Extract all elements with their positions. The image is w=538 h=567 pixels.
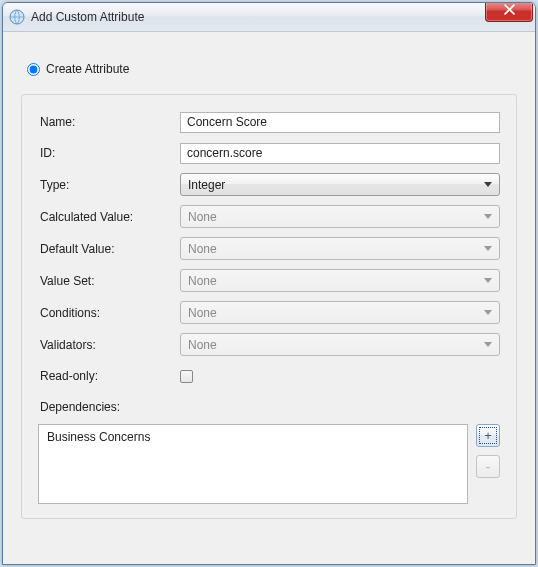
minus-icon: - (486, 459, 490, 474)
close-icon (504, 4, 515, 18)
type-select[interactable]: Integer (180, 173, 500, 196)
row-default-value: Default Value: None (38, 237, 500, 260)
create-attribute-radio[interactable] (27, 63, 40, 76)
chevron-down-icon (484, 342, 492, 347)
plus-icon: + (484, 428, 492, 443)
calculated-value-select[interactable]: None (180, 205, 500, 228)
label-validators: Validators: (38, 338, 180, 352)
add-dependency-button[interactable]: + (476, 424, 500, 447)
row-value-set: Value Set: None (38, 269, 500, 292)
label-dependencies: Dependencies: (38, 400, 180, 414)
conditions-select-value: None (188, 306, 217, 320)
label-calculated-value: Calculated Value: (38, 210, 180, 224)
chevron-down-icon (484, 214, 492, 219)
readonly-checkbox[interactable] (180, 370, 193, 383)
dialog-content: Create Attribute Name: ID: Type: Integer… (3, 32, 535, 529)
conditions-select[interactable]: None (180, 301, 500, 324)
default-value-select[interactable]: None (180, 237, 500, 260)
chevron-down-icon (484, 246, 492, 251)
row-type: Type: Integer (38, 173, 500, 196)
dependencies-list[interactable]: Business Concerns (38, 424, 468, 504)
dialog-window: Add Custom Attribute Create Attribute Na… (2, 2, 536, 565)
close-button[interactable] (485, 2, 533, 22)
row-calculated-value: Calculated Value: None (38, 205, 500, 228)
type-select-value: Integer (188, 178, 225, 192)
remove-dependency-button[interactable]: - (476, 455, 500, 478)
row-validators: Validators: None (38, 333, 500, 356)
chevron-down-icon (484, 310, 492, 315)
label-type: Type: (38, 178, 180, 192)
app-globe-icon (9, 9, 25, 25)
id-input[interactable] (180, 143, 500, 164)
dependencies-area: Business Concerns + - (38, 424, 500, 504)
attribute-form-group: Name: ID: Type: Integer Calculated Value… (21, 94, 517, 519)
label-default-value: Default Value: (38, 242, 180, 256)
name-input[interactable] (180, 112, 500, 133)
titlebar[interactable]: Add Custom Attribute (3, 3, 535, 32)
window-title: Add Custom Attribute (31, 10, 144, 24)
label-name: Name: (38, 115, 180, 129)
value-set-select-value: None (188, 274, 217, 288)
row-dependencies-label: Dependencies: (38, 396, 500, 418)
label-value-set: Value Set: (38, 274, 180, 288)
chevron-down-icon (484, 278, 492, 283)
label-id: ID: (38, 146, 180, 160)
mode-radio-row: Create Attribute (27, 62, 517, 76)
calculated-value-select-value: None (188, 210, 217, 224)
label-conditions: Conditions: (38, 306, 180, 320)
dependencies-buttons: + - (476, 424, 500, 478)
row-readonly: Read-only: (38, 365, 500, 387)
default-value-select-value: None (188, 242, 217, 256)
value-set-select[interactable]: None (180, 269, 500, 292)
list-item[interactable]: Business Concerns (47, 430, 459, 444)
row-id: ID: (38, 142, 500, 164)
row-name: Name: (38, 111, 500, 133)
chevron-down-icon (484, 182, 492, 187)
row-conditions: Conditions: None (38, 301, 500, 324)
label-readonly: Read-only: (38, 369, 180, 383)
validators-select-value: None (188, 338, 217, 352)
validators-select[interactable]: None (180, 333, 500, 356)
create-attribute-label: Create Attribute (46, 62, 129, 76)
